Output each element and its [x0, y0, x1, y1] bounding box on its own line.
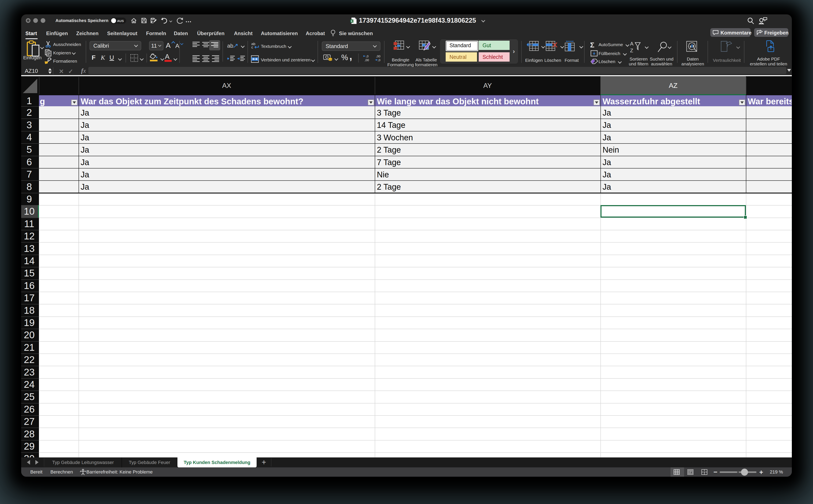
svg-text:,00: ,00	[376, 54, 380, 58]
svg-text:X: X	[351, 19, 353, 23]
svg-text:c: c	[251, 45, 253, 49]
svg-text:,0: ,0	[378, 58, 380, 62]
svg-text:ab: ab	[227, 43, 233, 49]
svg-text:,00: ,00	[365, 58, 369, 62]
svg-text:Z: Z	[630, 48, 633, 53]
svg-text:,0: ,0	[366, 54, 369, 58]
svg-text:A: A	[630, 41, 633, 47]
